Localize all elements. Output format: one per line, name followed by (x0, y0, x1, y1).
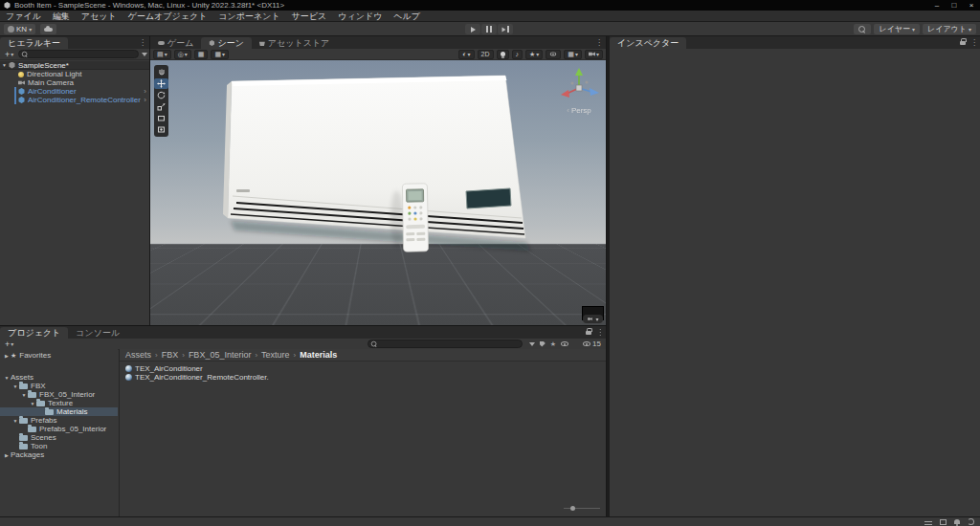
inspector-menu-kebab-icon[interactable]: ⋮ (970, 38, 978, 47)
tree-item-packages[interactable]: ▶ Packages (0, 450, 118, 459)
scene-viewport[interactable]: ‹Persp (150, 60, 606, 325)
console-status-icon[interactable] (924, 519, 932, 525)
menu-gameobject[interactable]: ゲームオブジェクト (122, 11, 213, 22)
snap-toggle-button[interactable]: ▦ (194, 50, 209, 59)
scene-orientation-gizmo[interactable] (557, 64, 601, 108)
tab-scene[interactable]: シーン (201, 37, 251, 49)
visibility-icon[interactable] (561, 341, 568, 346)
scene-camera-dropdown[interactable]: ▾ (585, 50, 603, 59)
tree-item-favorites[interactable]: ▶ ★ Favorites (0, 351, 118, 360)
collapse-open-icon[interactable]: ▼ (11, 384, 19, 389)
tool-settings-dropdown[interactable]: ▤ ▾ (153, 50, 171, 59)
draw-mode-dropdown[interactable]: ◐ ▾ (458, 50, 474, 59)
pivot-dropdown[interactable]: ◎ ▾ (174, 50, 191, 59)
transform-tool-button[interactable] (154, 124, 168, 135)
grid-visibility-dropdown[interactable]: ▦ ▾ (211, 50, 229, 59)
scene-visibility-toggle[interactable] (546, 50, 561, 59)
slider-knob[interactable] (570, 506, 575, 511)
collapse-closed-icon[interactable]: ▶ (3, 353, 11, 359)
scene-3d-content[interactable] (150, 60, 606, 325)
search-by-type-icon[interactable] (529, 342, 535, 346)
maximize-button[interactable]: □ (946, 0, 963, 11)
menu-component[interactable]: コンポーネント (212, 11, 285, 22)
effects-dropdown[interactable]: ★ ▾ (525, 50, 543, 59)
tree-item-materials[interactable]: Materials (0, 407, 118, 416)
play-button[interactable] (465, 24, 480, 34)
perspective-toggle[interactable]: ‹Persp (556, 106, 602, 115)
scale-tool-button[interactable] (154, 101, 168, 112)
tab-hierarchy[interactable]: ヒエラルキー (0, 37, 68, 49)
tree-item-fbx[interactable]: ▼ FBX (0, 382, 118, 390)
breadcrumb-fbx[interactable]: FBX (162, 350, 179, 360)
breadcrumb-texture[interactable]: Texture (261, 350, 290, 360)
tab-inspector[interactable]: インスペクター (610, 37, 686, 49)
project-menu-kebab-icon[interactable]: ⋮ (596, 328, 604, 337)
breadcrumb-assets[interactable]: Assets (125, 350, 151, 360)
project-search-field[interactable] (368, 340, 523, 348)
layout-dropdown[interactable]: レイアウト ▾ (923, 24, 976, 34)
hierarchy-item-airconditioner-remotecontroller[interactable]: AirConditioner_RemoteController › (0, 96, 149, 104)
close-button[interactable]: × (963, 0, 980, 11)
gizmos-dropdown[interactable]: ▦ ▾ (564, 50, 582, 59)
tab-project[interactable]: プロジェクト (0, 327, 68, 339)
prefab-open-chevron-icon[interactable]: › (144, 87, 146, 96)
rect-tool-button[interactable] (154, 113, 168, 123)
minimize-button[interactable]: – (928, 0, 946, 11)
cloud-services-button[interactable] (40, 24, 56, 34)
layers-dropdown[interactable]: レイヤー ▾ (874, 24, 920, 34)
account-dropdown[interactable]: KN ▾ (4, 24, 35, 34)
tree-item-texture[interactable]: ▼ Texture (0, 399, 118, 407)
2d-toggle-button[interactable]: 2D (478, 50, 494, 59)
project-search-input[interactable] (378, 340, 522, 347)
rotate-tool-button[interactable] (154, 90, 168, 100)
tab-asset-store[interactable]: アセットストア (252, 37, 337, 49)
asset-item-tex-airconditioner-remotecontroller[interactable]: TEX_AirConditioner_RemoteController. (125, 373, 600, 382)
hidden-packages-counter[interactable]: 15 (583, 340, 601, 348)
view-tool-button[interactable] (154, 67, 168, 77)
scene-lighting-toggle[interactable] (497, 50, 509, 59)
collapse-open-icon[interactable]: ▼ (3, 375, 11, 381)
project-lock-icon[interactable] (586, 331, 591, 335)
package-status-icon[interactable] (940, 519, 947, 525)
tree-item-assets[interactable]: ▼ Assets (0, 373, 118, 382)
tree-item-toon[interactable]: Toon (0, 442, 118, 450)
breadcrumb-fbx-05-interior[interactable]: FBX_05_Interior (189, 350, 252, 360)
tree-item-fbx-05-interior[interactable]: ▼ FBX_05_Interior (0, 390, 118, 399)
tree-item-prefabs[interactable]: ▼ Prefabs (0, 416, 118, 425)
menu-services[interactable]: サービス (286, 11, 333, 22)
tree-item-scenes[interactable]: Scenes (0, 433, 118, 442)
hierarchy-item-main-camera[interactable]: Main Camera (0, 78, 149, 87)
collapse-closed-icon[interactable]: ▶ (3, 452, 11, 458)
scene-menu-kebab-icon[interactable]: ⋮ (595, 36, 603, 49)
hierarchy-search-field[interactable] (18, 50, 139, 58)
collapse-open-icon[interactable]: ▼ (29, 401, 36, 406)
menu-help[interactable]: ヘルプ (388, 11, 426, 22)
save-search-icon[interactable]: ★ (550, 340, 556, 347)
move-tool-button[interactable] (154, 78, 168, 89)
menu-edit[interactable]: 編集 (47, 11, 76, 22)
inspector-lock-icon[interactable] (960, 41, 966, 45)
hierarchy-scene-row[interactable]: ▼ SampleScene* (0, 61, 149, 70)
hierarchy-filter-icon[interactable] (142, 53, 147, 56)
breadcrumb-materials[interactable]: Materials (300, 350, 337, 360)
menu-window[interactable]: ウィンドウ (332, 11, 388, 22)
notification-bell-icon[interactable] (954, 519, 960, 524)
search-by-label-icon[interactable] (540, 341, 546, 347)
prefab-open-chevron-icon[interactable]: › (144, 96, 146, 104)
hierarchy-create-button[interactable]: + ▾ (3, 50, 15, 59)
pause-button[interactable] (481, 24, 497, 34)
asset-item-tex-airconditioner[interactable]: TEX_AirConditioner (125, 364, 600, 373)
search-everything-button[interactable] (854, 24, 871, 34)
project-create-button[interactable]: + ▾ (3, 340, 15, 349)
step-button[interactable] (498, 24, 513, 34)
collapse-open-icon[interactable]: ▼ (11, 418, 19, 424)
icon-size-slider[interactable] (564, 505, 600, 512)
hierarchy-item-airconditioner[interactable]: AirConditioner › (0, 87, 149, 96)
collapse-open-icon[interactable]: ▼ (20, 392, 28, 398)
scene-audio-toggle[interactable]: ♪ (512, 50, 523, 59)
collapse-open-icon[interactable]: ▼ (0, 62, 9, 68)
hierarchy-search-input[interactable] (29, 51, 138, 57)
activity-spinner-icon[interactable] (968, 518, 974, 525)
scene-camera-settings-button[interactable]: ▾ (583, 315, 603, 323)
menu-assets[interactable]: アセット (76, 11, 122, 22)
